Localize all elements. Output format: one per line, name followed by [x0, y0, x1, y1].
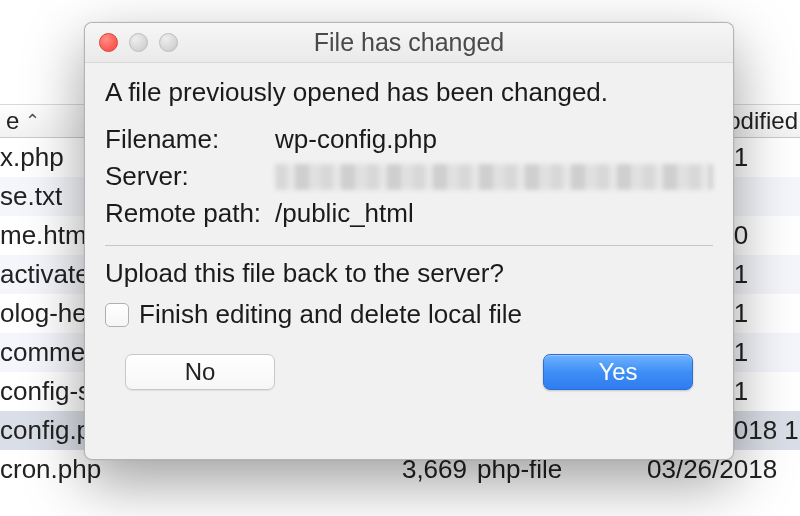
value-server — [275, 164, 713, 190]
sort-asc-icon: ⌃ — [25, 110, 40, 132]
label-server: Server: — [105, 161, 275, 192]
redacted-server — [275, 164, 713, 190]
value-filename: wp-config.php — [275, 124, 713, 155]
dialog-buttons: No Yes — [105, 354, 713, 390]
finish-editing-label: Finish editing and delete local file — [139, 299, 522, 330]
finish-editing-checkbox[interactable] — [105, 303, 129, 327]
file-changed-dialog: File has changed A file previously opene… — [84, 22, 734, 460]
dialog-message: A file previously opened has been change… — [105, 77, 713, 108]
yes-button[interactable]: Yes — [543, 354, 693, 390]
row-remote-path: Remote path: /public_html — [105, 198, 713, 229]
label-remote-path: Remote path: — [105, 198, 275, 229]
value-remote-path: /public_html — [275, 198, 713, 229]
row-server: Server: — [105, 161, 713, 192]
close-icon[interactable] — [99, 33, 118, 52]
dialog-body: A file previously opened has been change… — [85, 63, 733, 408]
no-button[interactable]: No — [125, 354, 275, 390]
label-filename: Filename: — [105, 124, 275, 155]
window-controls — [99, 33, 178, 52]
zoom-icon[interactable] — [159, 33, 178, 52]
row-filename: Filename: wp-config.php — [105, 124, 713, 155]
dialog-title: File has changed — [314, 28, 504, 57]
upload-prompt: Upload this file back to the server? — [105, 258, 713, 289]
column-name: e — [6, 107, 19, 135]
divider — [105, 245, 713, 246]
minimize-icon[interactable] — [129, 33, 148, 52]
finish-editing-row[interactable]: Finish editing and delete local file — [105, 299, 713, 330]
dialog-titlebar[interactable]: File has changed — [85, 23, 733, 63]
